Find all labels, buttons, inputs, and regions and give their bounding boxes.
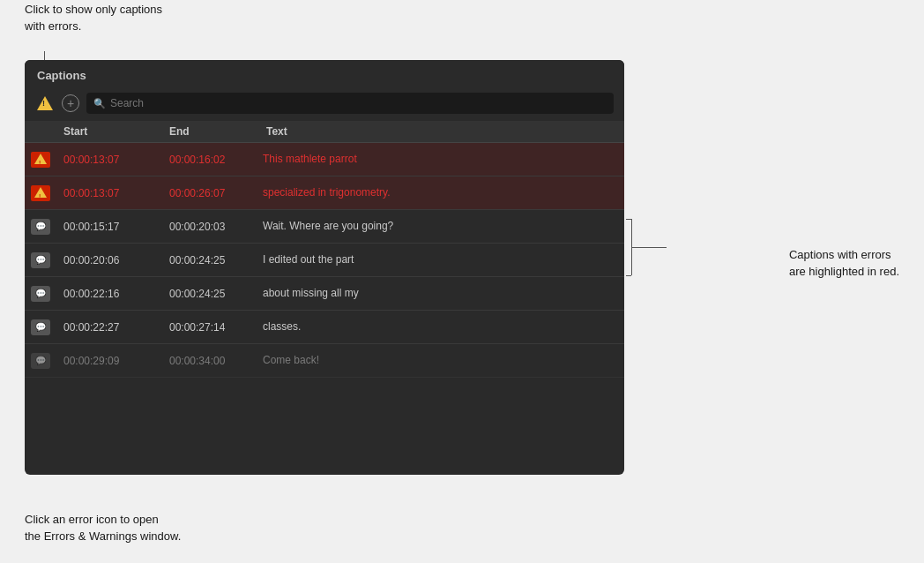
bottom-annotation-text: Click an error icon to openthe Errors & … bbox=[25, 513, 181, 543]
table-row[interactable]: 00:00:13:07 00:00:26:07 specialized in t… bbox=[25, 176, 624, 210]
cell-text: specialized in trigonometry. bbox=[259, 186, 624, 200]
cell-start: 00:00:13:07 bbox=[56, 154, 162, 166]
cell-start: 00:00:13:07 bbox=[56, 187, 162, 199]
row-icon[interactable] bbox=[25, 185, 56, 201]
right-annotation-text: Captions with errorsare highlighted in r… bbox=[789, 248, 899, 278]
top-annotation: Click to show only captionswith errors. bbox=[25, 2, 162, 35]
cell-text: I edited out the part bbox=[259, 253, 624, 267]
col-header-start: Start bbox=[56, 125, 162, 138]
callout-bracket-bottom bbox=[626, 275, 631, 276]
filter-errors-button[interactable] bbox=[35, 94, 55, 113]
callout-bracket-top bbox=[626, 219, 631, 220]
col-header-icon bbox=[25, 125, 56, 138]
cell-text: Wait. Where are you going? bbox=[259, 220, 624, 234]
cell-start: 00:00:22:16 bbox=[56, 288, 162, 300]
cell-end: 00:00:34:00 bbox=[162, 355, 259, 367]
cell-start: 00:00:22:27 bbox=[56, 321, 162, 334]
cell-end: 00:00:27:14 bbox=[162, 321, 259, 334]
bottom-annotation: Click an error icon to openthe Errors & … bbox=[25, 512, 181, 545]
row-icon: 💬 bbox=[25, 353, 56, 369]
row-icon[interactable] bbox=[25, 152, 56, 168]
cell-text: about missing all my bbox=[259, 287, 624, 301]
captions-panel: Captions + 🔍 Start End Text 00:00:13:07 … bbox=[25, 60, 624, 475]
cell-end: 00:00:26:07 bbox=[162, 187, 259, 199]
plus-icon: + bbox=[67, 97, 74, 109]
table-row[interactable]: 💬 00:00:29:09 00:00:34:00 Come back! bbox=[25, 344, 624, 378]
add-caption-button[interactable]: + bbox=[62, 94, 79, 112]
caption-icon: 💬 bbox=[31, 319, 50, 335]
search-box: 🔍 bbox=[86, 93, 614, 114]
cell-end: 00:00:20:03 bbox=[162, 221, 259, 233]
caption-icon: 💬 bbox=[31, 219, 50, 235]
table-row[interactable]: 💬 00:00:20:06 00:00:24:25 I edited out t… bbox=[25, 244, 624, 277]
table-row[interactable]: 💬 00:00:15:17 00:00:20:03 Wait. Where ar… bbox=[25, 210, 624, 244]
cell-start: 00:00:29:09 bbox=[56, 355, 162, 367]
cell-end: 00:00:16:02 bbox=[162, 154, 259, 166]
cell-text: Come back! bbox=[259, 354, 624, 368]
search-input[interactable] bbox=[110, 97, 607, 109]
warning-icon bbox=[37, 96, 53, 110]
toolbar: + 🔍 bbox=[25, 89, 624, 121]
table-row[interactable]: 💬 00:00:22:27 00:00:27:14 classes. bbox=[25, 311, 624, 344]
search-icon: 🔍 bbox=[93, 98, 106, 109]
cell-start: 00:00:20:06 bbox=[56, 254, 162, 266]
table-body: 00:00:13:07 00:00:16:02 This mathlete pa… bbox=[25, 143, 624, 378]
error-icon[interactable] bbox=[31, 185, 50, 201]
row-icon: 💬 bbox=[25, 286, 56, 302]
cell-end: 00:00:24:25 bbox=[162, 288, 259, 300]
table-row[interactable]: 00:00:13:07 00:00:16:02 This mathlete pa… bbox=[25, 143, 624, 176]
row-icon: 💬 bbox=[25, 252, 56, 268]
table-row[interactable]: 💬 00:00:22:16 00:00:24:25 about missing … bbox=[25, 277, 624, 311]
cell-start: 00:00:15:17 bbox=[56, 221, 162, 233]
row-icon: 💬 bbox=[25, 219, 56, 235]
right-annotation: Captions with errorsare highlighted in r… bbox=[789, 247, 899, 281]
caption-icon: 💬 bbox=[31, 286, 50, 302]
caption-icon: 💬 bbox=[31, 353, 50, 369]
table-header: Start End Text bbox=[25, 121, 624, 143]
col-header-text: Text bbox=[259, 125, 624, 138]
panel-title: Captions bbox=[25, 60, 624, 89]
cell-text: This mathlete parrot bbox=[259, 153, 624, 167]
top-annotation-text: Click to show only captionswith errors. bbox=[25, 3, 162, 33]
callout-bracket-mid bbox=[631, 247, 667, 248]
row-icon: 💬 bbox=[25, 319, 56, 335]
cell-text: classes. bbox=[259, 320, 624, 334]
cell-end: 00:00:24:25 bbox=[162, 254, 259, 266]
col-header-end: End bbox=[162, 125, 259, 138]
error-icon[interactable] bbox=[31, 152, 50, 168]
caption-icon: 💬 bbox=[31, 252, 50, 268]
